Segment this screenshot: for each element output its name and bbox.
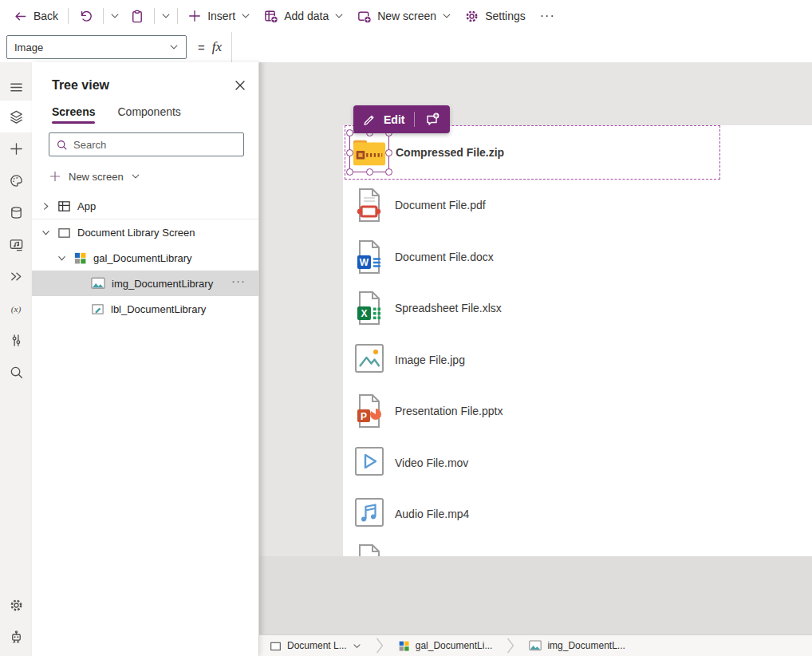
- back-label: Back: [34, 10, 58, 22]
- selected-image-control[interactable]: [349, 132, 389, 172]
- gallery-row[interactable]: Document File.pdf: [343, 180, 812, 231]
- paste-dropdown[interactable]: [158, 3, 174, 29]
- database-icon[interactable]: [0, 196, 32, 228]
- gallery-template-row[interactable]: Compressed File.zip: [345, 125, 720, 180]
- media-icon[interactable]: [0, 228, 32, 260]
- paste-icon: [129, 9, 144, 24]
- divider: [177, 8, 178, 24]
- back-button[interactable]: Back: [6, 3, 65, 29]
- formula-input[interactable]: $"https://static2.sharepointonline.com/f…: [231, 32, 812, 62]
- add-data-button[interactable]: Add data: [257, 3, 350, 29]
- tree-list: App Document Library Screen gal_Document…: [32, 193, 258, 322]
- menu-icon[interactable]: [0, 73, 32, 101]
- new-screen-button[interactable]: New screen: [350, 3, 458, 29]
- chevron-down-icon: [169, 43, 179, 51]
- gallery-row[interactable]: Audio File.mp4: [343, 488, 812, 540]
- new-screen-label: New screen: [377, 10, 436, 22]
- chevron-down-icon: [241, 12, 250, 20]
- tree-item-label: gal_DocumentLibrary: [93, 252, 192, 264]
- edit-button[interactable]: Edit: [353, 105, 450, 133]
- plus-icon: [187, 9, 202, 23]
- breadcrumb-gallery[interactable]: gal_DocumentLi...: [398, 640, 493, 652]
- status-bar: Document L... gal_DocumentLi... img_Docu…: [259, 634, 812, 656]
- chevron-down-icon[interactable]: [57, 254, 67, 263]
- close-icon[interactable]: [235, 80, 246, 91]
- resize-handle[interactable]: [385, 168, 392, 176]
- data-palette-icon[interactable]: [0, 164, 32, 196]
- canvas-viewport[interactable]: Edit Compressed File.zip: [259, 62, 812, 634]
- chevron-down-icon: [131, 172, 140, 180]
- gallery-icon: [73, 251, 87, 265]
- tree-item-label-control[interactable]: lbl_DocumentLibrary: [32, 296, 258, 322]
- property-selector[interactable]: Image: [6, 35, 187, 59]
- pencil-icon: [363, 113, 376, 126]
- tree-item-app[interactable]: App: [32, 193, 258, 219]
- chevron-down-icon[interactable]: [41, 228, 51, 237]
- search-icon[interactable]: [0, 356, 32, 388]
- gallery-row-partial[interactable]: [343, 540, 812, 557]
- toolbar-overflow-button[interactable]: ···: [532, 9, 563, 23]
- app-icon: [57, 200, 71, 213]
- comment-add-icon[interactable]: [424, 112, 440, 128]
- tree-item-label: img_DocumentLibrary: [112, 278, 213, 290]
- powerpoint-file-icon: P: [354, 393, 384, 429]
- undo-dropdown[interactable]: [107, 3, 123, 29]
- more-options-icon[interactable]: ···: [231, 274, 246, 287]
- paste-button[interactable]: [123, 3, 151, 29]
- gallery-item-label: Spreadsheet File.xlsx: [395, 302, 502, 314]
- resize-handle[interactable]: [346, 129, 353, 136]
- resize-handle[interactable]: [346, 149, 353, 156]
- settings-gear-icon[interactable]: [0, 589, 32, 621]
- search-box[interactable]: [49, 132, 244, 156]
- tree-item-screen[interactable]: Document Library Screen: [32, 219, 258, 245]
- back-arrow-icon: [13, 9, 28, 24]
- gallery-row[interactable]: W Document File.docx: [343, 231, 812, 283]
- resize-handle[interactable]: [385, 149, 392, 156]
- edit-label: Edit: [384, 113, 404, 126]
- insert-plus-icon[interactable]: [0, 132, 32, 164]
- divider: [68, 8, 69, 24]
- divider: [414, 112, 415, 127]
- tree-item-image-selected[interactable]: img_DocumentLibrary ···: [32, 271, 258, 296]
- advanced-tools-icon[interactable]: [0, 324, 32, 356]
- gallery-row[interactable]: X Spreadsheet File.xlsx: [343, 283, 812, 334]
- gallery-item-label: Video File.mov: [395, 456, 468, 469]
- power-apps-studio: Back Insert Add data New screen: [0, 0, 812, 656]
- gallery-item-label: Presentation File.pptx: [395, 405, 503, 417]
- insert-label: Insert: [207, 10, 235, 22]
- tree-view-panel: Tree view Screens Components New screen: [32, 62, 259, 656]
- tree-item-label: lbl_DocumentLibrary: [111, 303, 206, 315]
- virtual-agent-icon[interactable]: [0, 621, 32, 653]
- settings-button[interactable]: Settings: [458, 3, 532, 29]
- divider: [103, 8, 104, 24]
- search-input[interactable]: [73, 139, 237, 151]
- equals-sign: =: [198, 41, 205, 54]
- power-automate-icon[interactable]: [0, 260, 32, 292]
- svg-text:(x): (x): [11, 303, 22, 314]
- video-file-icon: [354, 445, 384, 481]
- canvas-column: Edit Compressed File.zip: [259, 62, 812, 656]
- tree-item-gallery[interactable]: gal_DocumentLibrary: [32, 245, 258, 271]
- top-toolbar: Back Insert Add data New screen: [0, 0, 812, 32]
- new-screen-button-panel[interactable]: New screen: [49, 164, 258, 188]
- gallery-row[interactable]: Video File.mov: [343, 437, 812, 489]
- gallery-row[interactable]: P Presentation File.pptx: [343, 385, 812, 437]
- gallery-row[interactable]: Image File.jpg: [343, 334, 812, 386]
- breadcrumb-image[interactable]: img_DocumentL...: [529, 640, 625, 651]
- chevron-right-icon[interactable]: [41, 202, 51, 211]
- app-screen-canvas[interactable]: Compressed File.zip Document File.pdf W …: [343, 125, 812, 556]
- resize-handle[interactable]: [366, 168, 373, 176]
- tree-view-icon[interactable]: [0, 101, 32, 132]
- gallery-item-label: Image File.jpg: [395, 354, 465, 366]
- undo-button[interactable]: [72, 3, 100, 29]
- breadcrumb-screen[interactable]: Document L...: [270, 640, 361, 652]
- insert-button[interactable]: Insert: [181, 3, 257, 29]
- formula-equals-fx: = fx: [187, 32, 231, 62]
- variables-icon[interactable]: (x): [0, 292, 32, 324]
- divider: [154, 8, 155, 24]
- canvas-background: [259, 556, 812, 634]
- resize-handle[interactable]: [346, 168, 353, 176]
- tab-components[interactable]: Components: [117, 105, 180, 124]
- add-data-label: Add data: [284, 10, 329, 22]
- tab-screens[interactable]: Screens: [52, 105, 95, 124]
